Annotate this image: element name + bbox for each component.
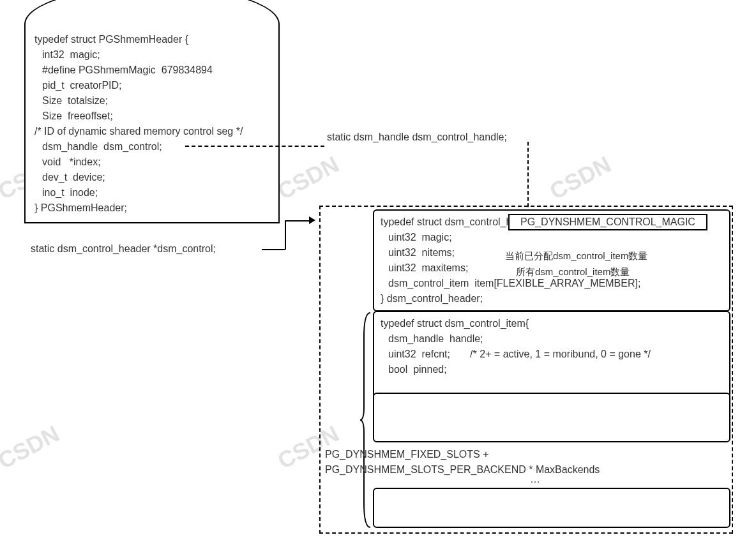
connector-solid [262,249,285,250]
code-line: pid_t creatorPID; [34,78,269,93]
arrowhead-icon [309,216,315,224]
connector-solid [285,220,312,222]
code-line: ino_t inode; [34,185,269,200]
code-line: dev_t device; [34,170,269,185]
watermark: CSDN [545,151,616,206]
code-line: typedef struct PGShmemHeader { [34,32,269,47]
code-line: bool pinned; [381,362,723,377]
code-line: } PGShmemHeader; [34,200,269,216]
curly-brace-icon [360,312,372,529]
connector-dashed [527,142,529,213]
ellipsis-label: … [530,474,540,485]
handle-decl-label: static dsm_handle dsm_control_handle; [327,132,507,143]
maxitems-annotation: 所有dsm_control_item数量 [516,266,630,278]
dsm-control-item-box [373,393,730,442]
nitems-annotation: 当前已分配dsm_control_item数量 [505,250,647,262]
connector-dashed [185,146,324,147]
code-line: int32 magic; [34,47,269,63]
connector-solid [285,220,286,250]
code-line: } dsm_control_header; [381,291,723,306]
code-line: Size totalsize; [34,93,269,109]
watermark: CSDN [273,151,344,206]
code-line: void *index; [34,154,269,170]
ctrl-decl-label: static dsm_control_header *dsm_control; [31,243,216,255]
code-line: dsm_handle dsm_control; [34,139,269,154]
code-line: dsm_handle handle; [381,331,723,347]
dsm-control-item-box [373,488,730,528]
code-line: uint32 refcnt; /* 2+ = active, 1 = morib… [381,347,723,362]
code-line: typedef struct dsm_control_item{ [381,316,723,331]
watermark: CSDN [0,421,64,475]
slots-formula-label: PG_DYNSHMEM_FIXED_SLOTS + PG_DYNSHMEM_SL… [325,447,600,478]
dsm-control-item-box: typedef struct dsm_control_item{ dsm_han… [373,311,730,398]
pgshmem-header-box: typedef struct PGShmemHeader { int32 mag… [24,24,280,223]
code-line: uint32 magic; [381,230,723,245]
code-line: #define PGShmemMagic 679834894 [34,63,269,78]
magic-constant-box: PG_DYNSHMEM_CONTROL_MAGIC [508,214,707,230]
code-line: Size freeoffset; [34,109,269,124]
code-line: /* ID of dynamic shared memory control s… [34,124,269,139]
